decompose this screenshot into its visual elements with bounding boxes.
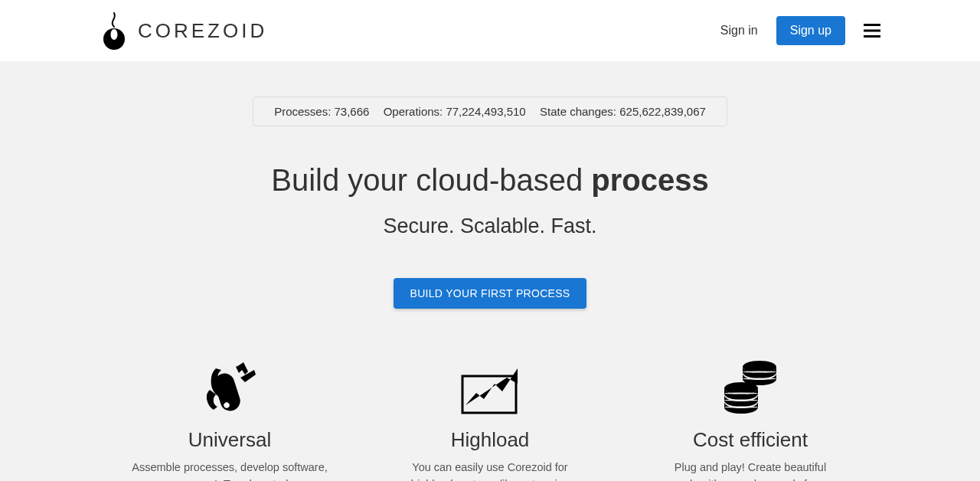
- svg-rect-4: [864, 35, 880, 38]
- hero-title-prefix: Build your cloud-based: [271, 163, 591, 197]
- feature-title: Highload: [390, 428, 590, 452]
- feature-desc: You can easily use Corezoid for highload…: [390, 460, 590, 481]
- swiss-army-knife-icon: [130, 355, 329, 416]
- stat-state-changes: State changes: 625,622,839,067: [540, 105, 706, 118]
- stat-label: Processes:: [274, 105, 331, 118]
- stat-value: 73,666: [335, 105, 370, 118]
- svg-rect-8: [224, 404, 230, 407]
- build-first-process-button[interactable]: BUILD YOUR FIRST PROCESS: [394, 278, 587, 309]
- feature-title: Universal: [130, 428, 329, 452]
- feature-title: Cost efficient: [651, 428, 850, 452]
- hero-title-bold: process: [591, 163, 708, 197]
- stat-label: Operations:: [384, 105, 443, 118]
- hero: Build your cloud-based process Secure. S…: [0, 163, 980, 309]
- stats-bar: Processes: 73,666 Operations: 77,224,493…: [253, 97, 727, 126]
- svg-point-12: [743, 371, 776, 373]
- svg-point-15: [724, 400, 758, 401]
- stat-operations: Operations: 77,224,493,510: [384, 105, 526, 118]
- hero-title: Build your cloud-based process: [0, 163, 980, 198]
- stat-value: 625,622,839,067: [619, 105, 706, 118]
- feature-cost-efficient: Cost efficient Plug and play! Create bea…: [651, 355, 850, 481]
- stat-value: 77,224,493,510: [446, 105, 525, 118]
- stat-label: State changes:: [540, 105, 616, 118]
- feature-highload: Highload You can easily use Corezoid for…: [390, 355, 590, 481]
- svg-point-14: [724, 393, 758, 394]
- brand-text: COREZOID: [138, 19, 267, 43]
- brand-logo[interactable]: COREZOID: [100, 11, 267, 50]
- feature-desc: Plug and play! Create beautiful algorith…: [651, 460, 850, 481]
- feature-universal: Universal Assemble processes, develop so…: [130, 355, 329, 481]
- hamburger-menu-icon[interactable]: [864, 24, 880, 38]
- header: COREZOID Sign in Sign up: [0, 0, 980, 61]
- svg-rect-2: [864, 24, 880, 26]
- stat-processes: Processes: 73,666: [274, 105, 369, 118]
- hero-subtitle: Secure. Scalable. Fast.: [0, 214, 980, 238]
- feature-desc: Assemble processes, develop software, ma…: [130, 460, 329, 481]
- svg-rect-3: [864, 30, 880, 32]
- sign-up-button[interactable]: Sign up: [776, 16, 845, 45]
- svg-point-13: [743, 378, 776, 380]
- features-row: Universal Assemble processes, develop so…: [0, 355, 980, 481]
- growth-chart-icon: [390, 355, 590, 416]
- coins-stack-icon: [651, 355, 850, 416]
- svg-point-16: [724, 407, 758, 408]
- brand-icon: [100, 11, 129, 50]
- svg-point-1: [111, 29, 118, 40]
- sign-in-link[interactable]: Sign in: [720, 24, 758, 38]
